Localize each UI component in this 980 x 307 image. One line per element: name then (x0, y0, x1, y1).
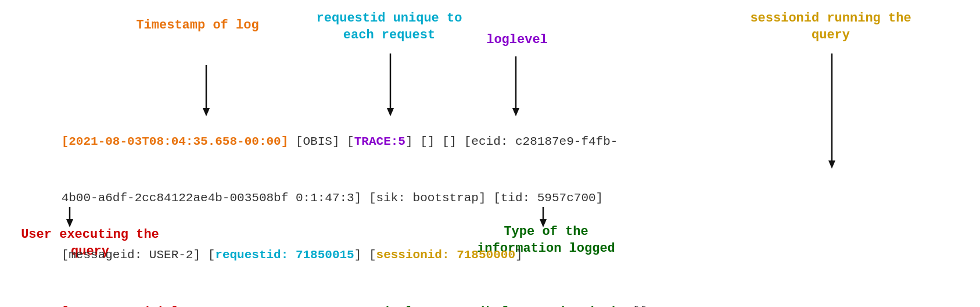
requestid-value: requestid: 71850015 (215, 248, 354, 262)
log-line-3: [messageid: USER-2] [requestid: 71850015… (17, 227, 968, 284)
log-line-1: [2021-08-03T08:04:35.658-00:00] [OBIS] [… (17, 113, 968, 170)
log-line-4: [username:admin] -----------------------… (17, 284, 968, 307)
diagram-container: Timestamp of log requestid unique to eac… (0, 0, 980, 307)
logtype-value: Logical Request (before navigation): (361, 305, 625, 307)
sessionid-value: sessionid: 71850000 (376, 248, 515, 262)
loglevel-value: TRACE:5 (354, 135, 405, 148)
log-content: [2021-08-03T08:04:35.658-00:00] [OBIS] [… (17, 113, 968, 307)
username-value: [username:admin] (62, 305, 179, 307)
log-line-2: 4b00-a6df-2cc84122ae4b-003508bf 0:1:47:3… (17, 170, 968, 227)
timestamp-value: [2021-08-03T08:04:35.658-00:00] (62, 135, 289, 148)
